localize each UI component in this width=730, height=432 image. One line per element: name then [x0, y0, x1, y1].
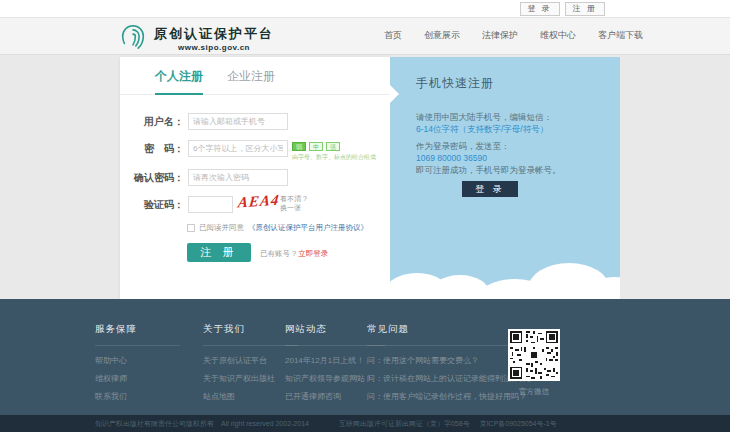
username-label: 用户名：	[120, 115, 184, 129]
mobile-panel-title: 手机快速注册	[416, 75, 494, 92]
username-input[interactable]	[188, 113, 288, 130]
cloud-decoration	[390, 287, 620, 299]
fingerprint-icon	[118, 21, 148, 55]
bottom-bar: 知识产权出版社有限责任公司版权所有 All right reserved 200…	[0, 415, 730, 432]
captcha-image[interactable]: AEA4	[237, 191, 280, 211]
footer-link[interactable]: 站点地图	[203, 391, 298, 402]
license-text: 互联网出版许可证新出网证（京）字058号	[339, 419, 470, 429]
copyright-text: 知识产权出版社有限责任公司版权所有 All right reserved 200…	[95, 419, 309, 429]
registration-tabs: 个人注册 企业注册	[120, 57, 390, 95]
topbar-login-button[interactable]: 登 录	[520, 2, 560, 16]
footer-col-title: 常见问题	[367, 323, 517, 346]
mobile-panel-login-button[interactable]: 登 录	[462, 181, 518, 197]
mobile-quick-register-panel: 手机快速注册 请使用中国大陆手机号，编辑短信： 6-14位字符（支持数字/字母/…	[390, 57, 620, 299]
mobile-panel-line5: 即可注册成功，手机号即为登录帐号。	[416, 165, 561, 177]
mobile-panel-sms-number: 1069 80000 36590	[416, 153, 487, 163]
footer-faq-item[interactable]: 问：设计稿在网站上的认证记录能得到法律保护？	[367, 373, 517, 384]
nav-client-download[interactable]: 客户端下载	[598, 29, 643, 42]
captcha-label: 验证码：	[120, 198, 184, 212]
captcha-refresh: 看不清 ? 换一张	[280, 194, 307, 212]
panel-notch	[390, 85, 399, 103]
footer-link[interactable]: 关于原创认证平台	[203, 355, 298, 366]
nav-creative-display[interactable]: 创意展示	[424, 29, 460, 42]
password-strength-meter: 弱 中 强	[292, 142, 340, 151]
captcha-refresh-line1: 看不清 ?	[280, 194, 307, 203]
nav-rights-center[interactable]: 维权中心	[540, 29, 576, 42]
login-now-link[interactable]: 立即登录	[298, 249, 328, 258]
strength-weak: 弱	[292, 142, 306, 151]
footer-col-faq: 常见问题 问：使用这个网站需要交费么？ 问：设计稿在网站上的认证记录能得到法律保…	[367, 323, 517, 409]
wechat-qr-label: 官方微信	[508, 387, 560, 397]
password-input[interactable]	[188, 140, 288, 157]
top-strip: 登 录 注 册	[0, 0, 730, 18]
topbar-register-button[interactable]: 注 册	[565, 2, 605, 16]
nav-home[interactable]: 首页	[384, 29, 402, 42]
nav-legal-protection[interactable]: 法律保护	[482, 29, 518, 42]
agreement-link[interactable]: 《原创认证保护平台用户注册协议》	[248, 223, 368, 233]
footer-link[interactable]: 维权律师	[95, 373, 180, 384]
footer: 服务保障 帮助中心 维权律师 联系我们 关于我们 关于原创认证平台 关于知识产权…	[0, 299, 730, 415]
tab-personal-register[interactable]: 个人注册	[155, 57, 203, 95]
password-label: 密 码：	[120, 142, 184, 156]
mobile-panel-line2: 6-14位字符（支持数字/字母/符号）	[416, 124, 548, 136]
main-nav: 首页 创意展示 法律保护 维权中心 客户端下载	[384, 29, 643, 42]
footer-col-title: 服务保障	[95, 323, 180, 346]
agreement-prefix: 已阅读并同意	[199, 223, 244, 233]
footer-col-service: 服务保障 帮助中心 维权律师 联系我们	[95, 323, 180, 409]
site-url: www.sipo.gov.cn	[154, 43, 274, 52]
header: 原创认证保护平台 www.sipo.gov.cn 首页 创意展示 法律保护 维权…	[0, 18, 730, 55]
footer-faq-item[interactable]: 问：使用客户端记录创作过程，快捷好用吗？	[367, 391, 517, 402]
captcha-input[interactable]	[188, 196, 233, 213]
footer-link[interactable]: 帮助中心	[95, 355, 180, 366]
site-logo[interactable]: 原创认证保护平台 www.sipo.gov.cn	[118, 21, 274, 55]
footer-faq-item[interactable]: 问：使用这个网站需要交费么？	[367, 355, 517, 366]
site-title: 原创认证保护平台	[154, 25, 274, 43]
mobile-panel-line1: 请使用中国大陆手机号，编辑短信：	[416, 112, 552, 124]
wechat-qr-code	[508, 329, 560, 381]
icp-text: 京ICP备09025054号-1号	[480, 419, 557, 429]
footer-link[interactable]: 关于知识产权出版社	[203, 373, 298, 384]
footer-col-about: 关于我们 关于原创认证平台 关于知识产权出版社 站点地图	[203, 323, 298, 409]
confirm-password-label: 确认密码：	[120, 171, 184, 185]
register-submit-button[interactable]: 注 册	[187, 243, 251, 262]
password-strength-hint: 由字母、数字、标点的组合组成	[292, 153, 376, 162]
registration-card: 个人注册 企业注册 用户名： 密 码： 弱 中 强 由字母、数字、标点的组合组成…	[120, 57, 390, 299]
confirm-password-input[interactable]	[188, 169, 288, 186]
tab-enterprise-register[interactable]: 企业注册	[227, 57, 275, 95]
have-account-text: 已有账号 ?	[260, 249, 296, 258]
strength-strong: 强	[326, 142, 340, 151]
footer-link[interactable]: 联系我们	[95, 391, 180, 402]
agreement-checkbox[interactable]	[187, 224, 195, 232]
mobile-panel-line3: 作为登录密码，发送至：	[416, 141, 510, 153]
footer-col-title: 关于我们	[203, 323, 298, 346]
strength-medium: 中	[309, 142, 323, 151]
captcha-refresh-link[interactable]: 换一张	[280, 203, 307, 212]
